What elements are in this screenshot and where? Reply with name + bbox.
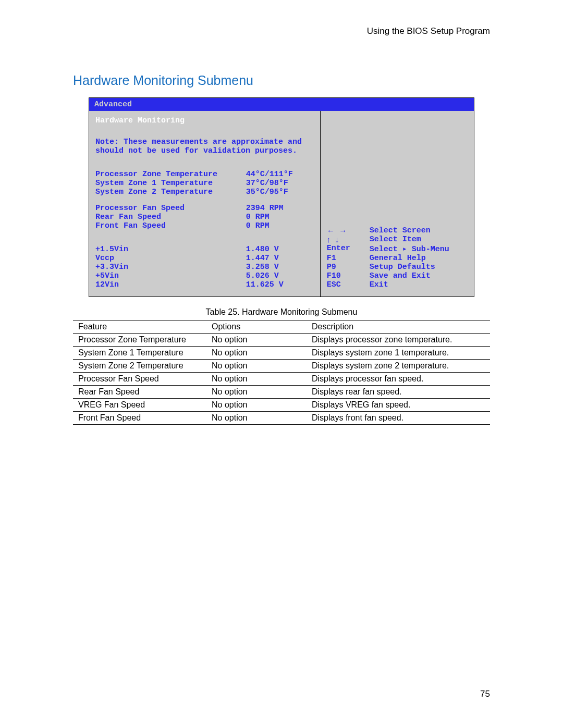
cell-options: No option: [206, 347, 307, 360]
table-caption: Table 25. Hardware Monitoring Submenu: [73, 307, 490, 317]
help-action: General Help: [370, 254, 426, 263]
page-number: 75: [480, 689, 490, 699]
help-key: ↑ ↓: [327, 235, 370, 244]
voltage-label: +3.3Vin: [95, 263, 246, 272]
table-header-options: Options: [206, 320, 307, 334]
page-header-right: Using the BIOS Setup Program: [73, 26, 490, 36]
bios-note-line1: Note: These measurements are approximate…: [95, 138, 314, 146]
cell-feature: System Zone 1 Temperature: [73, 347, 206, 360]
help-row: F10 Save and Exit: [327, 272, 468, 280]
reading-value: 35°C/95°F: [246, 188, 314, 196]
help-row: P9 Setup Defaults: [327, 263, 468, 272]
help-action: Save and Exit: [370, 272, 431, 280]
cell-desc: Displays processor zone temperature.: [307, 334, 490, 347]
help-key: ESC: [327, 280, 370, 289]
voltage-value: 1.447 V: [246, 254, 314, 263]
voltage-row: +5Vin 5.026 V: [95, 272, 314, 280]
help-row: Enter Select ▸ Sub-Menu: [327, 244, 468, 254]
reading-row: Processor Zone Temperature 44°C/111°F: [95, 170, 314, 179]
fan-row: Front Fan Speed 0 RPM: [95, 221, 314, 230]
fan-label: Processor Fan Speed: [95, 204, 246, 213]
table-row: VREG Fan Speed No option Displays VREG f…: [73, 399, 490, 412]
table-row: Rear Fan Speed No option Displays rear f…: [73, 386, 490, 399]
bios-tab-advanced: Advanced: [89, 100, 137, 109]
help-row: ESC Exit: [327, 280, 468, 289]
voltage-label: +1.5Vin: [95, 245, 246, 254]
help-key: F1: [327, 254, 370, 263]
help-row: ← → Select Screen: [327, 226, 468, 235]
help-row: ↑ ↓ Select Item: [327, 235, 468, 244]
cell-options: No option: [206, 360, 307, 373]
section-title: Hardware Monitoring Submenu: [73, 73, 490, 88]
table-row: Processor Zone Temperature No option Dis…: [73, 334, 490, 347]
voltage-row: +3.3Vin 3.258 V: [95, 263, 314, 272]
cell-feature: Front Fan Speed: [73, 412, 206, 425]
cell-options: No option: [206, 373, 307, 386]
help-action: Setup Defaults: [370, 263, 435, 272]
help-action: Select ▸ Sub-Menu: [370, 244, 449, 254]
reading-label: Processor Zone Temperature: [95, 170, 246, 179]
fan-label: Rear Fan Speed: [95, 213, 246, 221]
bios-right-panel: ← → Select Screen ↑ ↓ Select Item Enter …: [321, 111, 474, 297]
cell-feature: Processor Zone Temperature: [73, 334, 206, 347]
fan-value: 2394 RPM: [246, 204, 314, 213]
bios-note-line2: should not be used for validation purpos…: [95, 146, 314, 155]
reading-value: 37°C/98°F: [246, 179, 314, 188]
reading-label: System Zone 2 Temperature: [95, 188, 246, 196]
voltage-value: 11.625 V: [246, 280, 314, 289]
voltage-value: 3.258 V: [246, 263, 314, 272]
help-key: F10: [327, 272, 370, 280]
voltage-row: 12Vin 11.625 V: [95, 280, 314, 289]
reading-row: System Zone 1 Temperature 37°C/98°F: [95, 179, 314, 188]
voltage-value: 1.480 V: [246, 245, 314, 254]
voltage-label: Vccp: [95, 254, 246, 263]
fan-row: Processor Fan Speed 2394 RPM: [95, 204, 314, 213]
cell-desc: Displays VREG fan speed.: [307, 399, 490, 412]
cell-feature: Rear Fan Speed: [73, 386, 206, 399]
cell-feature: VREG Fan Speed: [73, 399, 206, 412]
help-action: Select Item: [370, 235, 421, 244]
bios-tabbar: Advanced: [89, 98, 474, 111]
help-row: F1 General Help: [327, 254, 468, 263]
bios-subtitle: Hardware Monitoring: [95, 116, 314, 125]
voltage-label: 12Vin: [95, 280, 246, 289]
reading-row: System Zone 2 Temperature 35°C/95°F: [95, 188, 314, 196]
cell-desc: Displays rear fan speed.: [307, 386, 490, 399]
help-key: P9: [327, 263, 370, 272]
voltage-row: Vccp 1.447 V: [95, 254, 314, 263]
fan-row: Rear Fan Speed 0 RPM: [95, 213, 314, 221]
cell-options: No option: [206, 399, 307, 412]
table-row: System Zone 1 Temperature No option Disp…: [73, 347, 490, 360]
table-header-row: Feature Options Description: [73, 320, 490, 334]
cell-options: No option: [206, 334, 307, 347]
fan-value: 0 RPM: [246, 213, 314, 221]
fan-label: Front Fan Speed: [95, 221, 246, 230]
help-action: Select Screen: [370, 226, 431, 235]
cell-feature: Processor Fan Speed: [73, 373, 206, 386]
table-row: System Zone 2 Temperature No option Disp…: [73, 360, 490, 373]
voltage-label: +5Vin: [95, 272, 246, 280]
table-row: Processor Fan Speed No option Displays p…: [73, 373, 490, 386]
voltage-value: 5.026 V: [246, 272, 314, 280]
bios-help-block: ← → Select Screen ↑ ↓ Select Item Enter …: [327, 226, 468, 289]
help-key: ← →: [327, 226, 370, 235]
cell-desc: Displays system zone 2 temperature.: [307, 360, 490, 373]
cell-feature: System Zone 2 Temperature: [73, 360, 206, 373]
help-action: Exit: [370, 280, 388, 289]
fan-value: 0 RPM: [246, 221, 314, 230]
bios-left-panel: Hardware Monitoring Note: These measurem…: [89, 111, 321, 297]
table-header-feature: Feature: [73, 320, 206, 334]
help-key: Enter: [327, 244, 370, 254]
bios-screenshot: Advanced Hardware Monitoring Note: These…: [89, 97, 474, 297]
voltage-row: +1.5Vin 1.480 V: [95, 245, 314, 254]
description-table: Feature Options Description Processor Zo…: [73, 320, 490, 425]
cell-desc: Displays front fan speed.: [307, 412, 490, 425]
table-header-description: Description: [307, 320, 490, 334]
reading-value: 44°C/111°F: [246, 170, 314, 179]
cell-options: No option: [206, 386, 307, 399]
cell-options: No option: [206, 412, 307, 425]
reading-label: System Zone 1 Temperature: [95, 179, 246, 188]
table-row: Front Fan Speed No option Displays front…: [73, 412, 490, 425]
cell-desc: Displays processor fan speed.: [307, 373, 490, 386]
cell-desc: Displays system zone 1 temperature.: [307, 347, 490, 360]
